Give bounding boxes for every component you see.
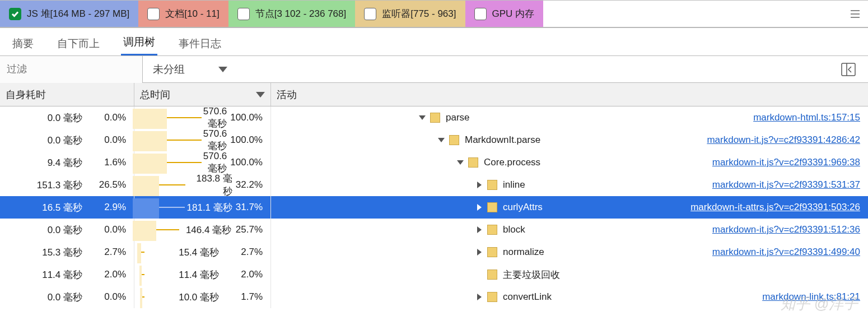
total-time-ms: 10.0 毫秒 (146, 291, 222, 304)
self-time-ms: 9.4 毫秒 (10, 156, 86, 169)
js-call-icon (487, 202, 497, 212)
table-row[interactable]: 16.5 毫秒2.9%181.1 毫秒31.7%curlyAttrsmarkdo… (0, 196, 868, 219)
expand-right-icon[interactable] (474, 294, 485, 300)
source-link[interactable]: markdown-it-attrs.js?v=c2f93391:503:26 (690, 202, 860, 213)
tab-call-tree[interactable]: 调用树 (121, 29, 157, 55)
table-row[interactable]: 11.4 毫秒2.0%11.4 毫秒2.0%主要垃圾回收 (0, 263, 868, 286)
self-time-cell: 0.0 毫秒0.0% (0, 286, 134, 308)
self-time-cell: 16.5 毫秒2.9% (0, 196, 134, 219)
header-total-time-label: 总时间 (140, 88, 170, 101)
total-time-ms: 146.4 毫秒 (181, 224, 235, 236)
expand-right-icon[interactable] (474, 182, 485, 188)
tab-summary[interactable]: 摘要 (10, 31, 36, 55)
table-row[interactable]: 0.0 毫秒0.0%146.4 毫秒25.7%blockmarkdown-it.… (0, 219, 868, 241)
activity-name: convertLink (503, 291, 552, 303)
self-time-cell: 9.4 毫秒1.6% (0, 151, 134, 174)
self-time-pct: 1.6% (86, 157, 130, 168)
legend-doc-label: 文档[10 - 11] (165, 7, 219, 20)
total-time-cell: 10.0 毫秒1.7% (134, 286, 271, 308)
tab-bottom-up[interactable]: 自下而上 (55, 31, 102, 55)
self-time-ms: 0.0 毫秒 (10, 291, 86, 304)
self-time-pct: 2.0% (86, 269, 130, 280)
group-by-select[interactable]: 未分组 (143, 62, 237, 77)
legend-js-heap[interactable]: JS 堆[164 MB - 297 MB] (0, 1, 138, 27)
legend-listeners[interactable]: 监听器[775 - 963] (355, 1, 465, 27)
total-time-cell: 183.8 毫秒32.2% (134, 174, 271, 196)
self-time-pct: 0.0% (86, 112, 130, 123)
total-time-ms: 570.6 毫秒 (203, 106, 231, 130)
expand-down-icon[interactable] (436, 138, 447, 142)
total-time-cell: 146.4 毫秒25.7% (134, 219, 271, 241)
checkbox-icon[interactable] (237, 8, 250, 20)
legend-gpu-label: GPU 内存 (492, 7, 535, 20)
table-row[interactable]: 151.3 毫秒26.5%183.8 毫秒32.2%inlinemarkdown… (0, 174, 868, 196)
activity-cell: parsemarkdown-html.ts:157:15 (271, 106, 868, 129)
activity-name: MarkdownIt.parse (465, 134, 540, 146)
table-row[interactable]: 0.0 毫秒0.0%570.6 毫秒100.0%MarkdownIt.parse… (0, 129, 868, 151)
header-total-time[interactable]: 总时间 (134, 83, 271, 106)
source-link[interactable]: markdown-it.js?v=c2f93391:499:40 (712, 247, 860, 258)
header-activity[interactable]: 活动 (271, 83, 868, 106)
total-time-pct: 2.7% (222, 247, 267, 258)
activity-name: 主要垃圾回收 (503, 268, 560, 281)
overflow-menu-icon[interactable] (842, 1, 868, 27)
total-time-ms: 15.4 毫秒 (146, 246, 222, 259)
table-row[interactable]: 0.0 毫秒0.0%570.6 毫秒100.0%parsemarkdown-ht… (0, 106, 868, 129)
expand-right-icon[interactable] (474, 249, 485, 256)
source-link[interactable]: markdown-it.js?v=c2f93391:531:37 (712, 179, 860, 191)
checkbox-icon[interactable] (9, 8, 21, 20)
js-call-icon (468, 157, 478, 168)
table-row[interactable]: 15.3 毫秒2.7%15.4 毫秒2.7%normalizemarkdown-… (0, 241, 868, 263)
activity-name: normalize (503, 247, 544, 258)
total-time-pct: 31.7% (236, 202, 267, 213)
activity-name: Core.process (484, 157, 540, 168)
table-row[interactable]: 0.0 毫秒0.0%10.0 毫秒1.7%convertLinkmarkdown… (0, 286, 868, 308)
total-time-cell: 570.6 毫秒100.0% (134, 151, 271, 174)
total-time-pct: 1.7% (222, 291, 267, 303)
header-self-time[interactable]: 自身耗时 (0, 83, 134, 106)
activity-name: block (503, 224, 525, 235)
total-time-pct: 32.2% (236, 179, 267, 191)
legend-nodes-label: 节点[3 102 - 236 768] (255, 7, 347, 20)
filter-bar: 未分组 (0, 56, 868, 83)
legend-lst-label: 监听器[775 - 963] (382, 7, 456, 20)
total-time-cell: 570.6 毫秒100.0% (134, 106, 271, 129)
sort-desc-icon (256, 92, 265, 97)
source-link[interactable]: markdown-it.js?v=c2f93391:4286:42 (707, 134, 860, 146)
legend-gpu-memory[interactable]: GPU 内存 (465, 1, 544, 27)
result-tabs: 摘要 自下而上 调用树 事件日志 (0, 28, 868, 56)
total-time-cell: 181.1 毫秒31.7% (134, 196, 271, 219)
total-time-pct: 25.7% (235, 224, 267, 235)
table-row[interactable]: 9.4 毫秒1.6%570.6 毫秒100.0%Core.processmark… (0, 151, 868, 174)
legend-nodes[interactable]: 节点[3 102 - 236 768] (228, 1, 356, 27)
self-time-pct: 26.5% (86, 179, 130, 191)
js-call-icon (487, 225, 497, 235)
timeline-legend: JS 堆[164 MB - 297 MB] 文档[10 - 11] 节点[3 1… (0, 0, 868, 28)
total-time-ms: 183.8 毫秒 (187, 172, 236, 198)
source-link[interactable]: markdown-link.ts:81:21 (762, 291, 860, 303)
checkbox-icon[interactable] (474, 8, 487, 20)
column-header: 自身耗时 总时间 活动 (0, 83, 868, 106)
self-time-cell: 15.3 毫秒2.7% (0, 241, 134, 263)
expand-down-icon[interactable] (455, 160, 466, 165)
self-time-cell: 0.0 毫秒0.0% (0, 219, 134, 241)
filter-input[interactable] (0, 56, 143, 83)
checkbox-icon[interactable] (147, 8, 160, 20)
tab-event-log[interactable]: 事件日志 (176, 31, 223, 55)
js-call-icon (449, 135, 459, 145)
call-tree-body: 0.0 毫秒0.0%570.6 毫秒100.0%parsemarkdown-ht… (0, 106, 868, 308)
legend-js-label: JS 堆[164 MB - 297 MB] (27, 7, 129, 20)
expand-right-icon[interactable] (474, 226, 485, 233)
expand-down-icon[interactable] (417, 115, 428, 120)
source-link[interactable]: markdown-it.js?v=c2f93391:512:36 (712, 224, 860, 235)
legend-documents[interactable]: 文档[10 - 11] (138, 1, 228, 27)
total-time-ms: 570.6 毫秒 (203, 151, 231, 175)
toggle-panel-icon[interactable] (839, 60, 858, 79)
total-time-pct: 100.0% (230, 112, 267, 123)
source-link[interactable]: markdown-html.ts:157:15 (753, 112, 860, 123)
self-time-cell: 151.3 毫秒26.5% (0, 174, 134, 196)
expand-right-icon[interactable] (474, 204, 485, 211)
source-link[interactable]: markdown-it.js?v=c2f93391:969:38 (712, 157, 860, 168)
js-call-icon (487, 270, 497, 280)
checkbox-icon[interactable] (364, 8, 376, 20)
